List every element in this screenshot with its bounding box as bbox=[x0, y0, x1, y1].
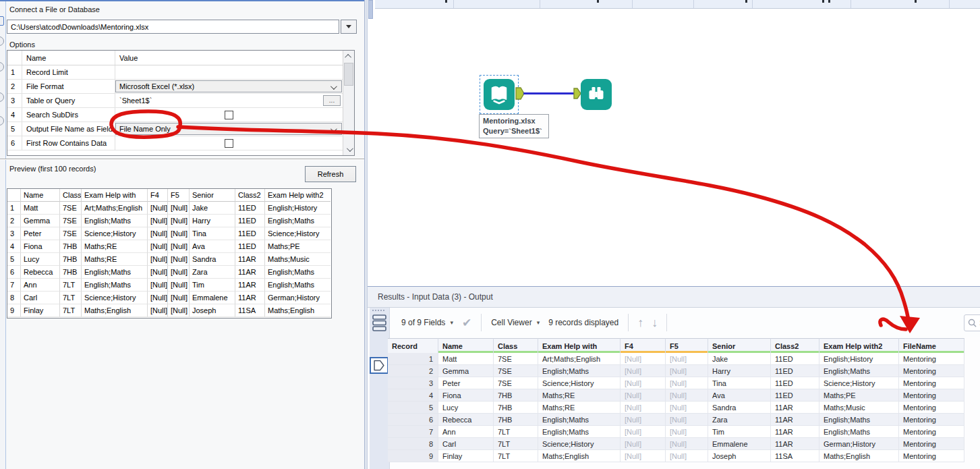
caret-down-icon[interactable]: ▾ bbox=[450, 319, 453, 326]
file-dropdown-button[interactable] bbox=[341, 20, 357, 34]
results-header-cell[interactable]: Class bbox=[494, 338, 538, 353]
row-number-cell bbox=[7, 51, 22, 65]
refresh-button[interactable]: Refresh bbox=[305, 166, 356, 182]
fields-summary[interactable]: 9 of 9 Fields bbox=[401, 318, 445, 327]
option-value-dropdown[interactable]: File Name Only bbox=[115, 123, 342, 135]
option-value bbox=[115, 136, 343, 150]
ellipsis-button[interactable]: ... bbox=[323, 95, 341, 106]
checkbox[interactable] bbox=[225, 111, 233, 119]
results-header-cell[interactable]: Exam Help with2 bbox=[819, 338, 899, 353]
output-anchor-selector[interactable] bbox=[370, 357, 388, 374]
options-header-row: NameValue bbox=[7, 51, 343, 65]
config-tab-icon[interactable] bbox=[0, 92, 4, 102]
config-tab-icon[interactable] bbox=[0, 36, 4, 46]
results-cell: Harry bbox=[708, 365, 771, 377]
results-cell: Mentoring bbox=[899, 377, 964, 389]
tool-label-line1: Mentoring.xlsx bbox=[483, 116, 545, 126]
results-cell: Jake bbox=[708, 353, 771, 365]
results-cell: 7LT bbox=[494, 426, 538, 438]
drag-handle[interactable] bbox=[372, 310, 384, 311]
preview-cell: Gemma bbox=[21, 215, 60, 227]
option-value bbox=[115, 108, 343, 121]
option-value-text[interactable]: `Sheet1$` bbox=[115, 96, 152, 105]
results-cell: Mentoring bbox=[899, 402, 964, 414]
row-number-cell: 5 bbox=[7, 122, 22, 136]
preview-cell: 7SE bbox=[60, 215, 82, 227]
toolbar-separator bbox=[628, 314, 629, 331]
results-cell: [Null] bbox=[621, 438, 666, 450]
preview-cell: Science;History bbox=[82, 227, 148, 240]
preview-cell: Maths;Music bbox=[265, 253, 330, 266]
results-header-cell[interactable]: Exam Help with bbox=[538, 338, 621, 353]
preview-cell: English;Maths bbox=[265, 279, 330, 292]
workflow-canvas[interactable]: Mentoring.xlsx Query=`Sheet1$` bbox=[368, 0, 980, 286]
checkbox[interactable] bbox=[225, 139, 233, 148]
search-box[interactable] bbox=[964, 314, 980, 331]
config-tab-icon[interactable] bbox=[0, 16, 4, 26]
results-cell: Maths;English bbox=[538, 450, 621, 462]
results-cell: English;Maths bbox=[538, 414, 621, 426]
preview-cell: 11ED bbox=[235, 227, 265, 240]
results-row: 2Gemma7SEEnglish;Maths[Null][Null]Harry1… bbox=[388, 365, 964, 377]
results-cell: Maths;Music bbox=[819, 402, 899, 414]
results-header-cell[interactable]: Name bbox=[438, 338, 494, 353]
results-cell: English;Maths bbox=[538, 365, 621, 377]
config-tab-icon[interactable] bbox=[0, 62, 4, 72]
chevron-down-icon bbox=[330, 126, 337, 132]
results-header-cell[interactable]: Senior bbox=[708, 338, 771, 353]
results-cell: 7HB bbox=[494, 402, 538, 414]
input-data-tool[interactable] bbox=[484, 79, 515, 110]
results-cell: Mentoring bbox=[899, 353, 964, 365]
previous-record-button[interactable]: ↑ bbox=[637, 316, 643, 330]
next-record-button[interactable]: ↓ bbox=[652, 316, 658, 330]
preview-cell: 7SE bbox=[60, 227, 82, 240]
browse-tool[interactable] bbox=[581, 79, 612, 110]
records-view-icon[interactable] bbox=[372, 314, 388, 333]
results-cell: English;Maths bbox=[819, 365, 899, 377]
results-cell: Zara bbox=[708, 414, 771, 426]
toolbar-separator bbox=[666, 314, 667, 331]
caret-down-icon[interactable]: ▾ bbox=[537, 319, 540, 326]
scroll-thumb[interactable] bbox=[344, 63, 353, 86]
chevron-down-icon bbox=[330, 83, 337, 90]
preview-row: 4Fiona7HBMaths;RE[Null][Null]Ava11EDMath… bbox=[7, 240, 331, 253]
option-value: Microsoft Excel (*.xlsx) bbox=[115, 80, 343, 93]
results-header-cell[interactable]: Record bbox=[388, 338, 438, 353]
preview-cell: [Null] bbox=[148, 279, 168, 292]
option-value-dropdown[interactable]: Microsoft Excel (*.xlsx) bbox=[115, 80, 342, 92]
connection-wire[interactable] bbox=[523, 92, 575, 94]
results-cell: Peter bbox=[438, 377, 494, 389]
cell-viewer-button[interactable]: Cell Viewer bbox=[491, 318, 531, 327]
preview-cell: Art;Maths;English bbox=[82, 202, 148, 215]
options-table: NameValue1Record Limit2File FormatMicros… bbox=[7, 50, 355, 156]
results-cell: 11ED bbox=[771, 353, 819, 365]
options-scrollbar[interactable] bbox=[343, 51, 354, 155]
preview-cell: English;Maths bbox=[82, 215, 148, 227]
results-cell: 7LT bbox=[494, 438, 538, 450]
preview-cell: 7LT bbox=[60, 304, 82, 317]
search-input[interactable] bbox=[977, 318, 980, 328]
preview-cell: 7SE bbox=[60, 202, 82, 215]
results-header-cell[interactable]: Class2 bbox=[771, 338, 819, 353]
results-cell: 11AR bbox=[771, 426, 819, 438]
results-cell: Maths;PE bbox=[819, 389, 899, 402]
file-path-input[interactable] bbox=[7, 20, 339, 34]
config-tab-icon[interactable] bbox=[0, 116, 4, 126]
preview-row: 7Ann7LTEnglish;Maths[Null][Null]Tim11ARE… bbox=[7, 279, 331, 292]
preview-header-cell: Senior bbox=[190, 189, 235, 202]
results-header-cell[interactable]: F5 bbox=[666, 338, 708, 353]
connect-file-label: Connect a File or Database bbox=[9, 5, 100, 13]
scroll-down-button[interactable] bbox=[343, 144, 354, 155]
row-number-cell: 6 bbox=[7, 136, 22, 150]
option-name: Record Limit bbox=[22, 65, 115, 79]
apply-checkmark-icon[interactable]: ✔ bbox=[462, 316, 471, 330]
preview-cell: 11AR bbox=[235, 292, 265, 304]
results-header-cell[interactable]: F4 bbox=[621, 338, 666, 353]
scroll-up-button[interactable] bbox=[343, 51, 354, 62]
results-cell: 11ED bbox=[771, 365, 819, 377]
preview-cell: [Null] bbox=[168, 266, 190, 279]
results-header-cell[interactable]: FileName bbox=[899, 338, 964, 353]
preview-cell: English;Maths bbox=[82, 279, 148, 292]
results-cell: Lucy bbox=[438, 402, 494, 414]
option-row: 3Table or Query`Sheet1$`... bbox=[7, 94, 343, 108]
